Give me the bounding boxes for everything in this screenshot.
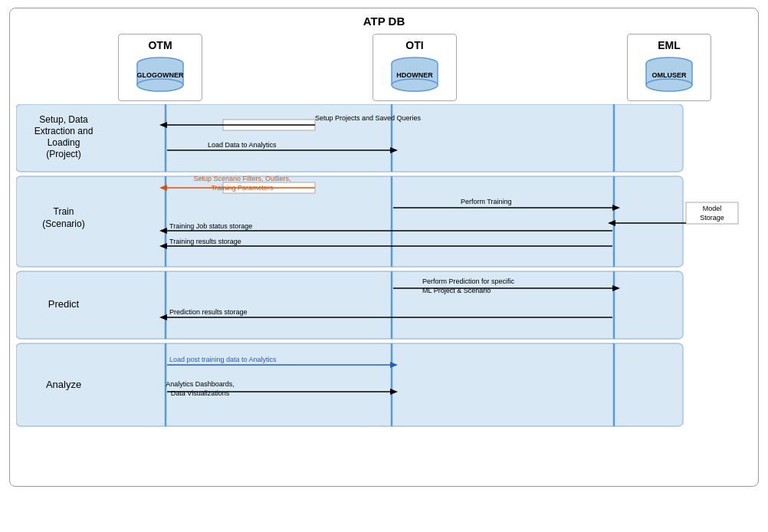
main-diagram-container: ATP DB OTM GLOGOWNER OTI HD — [9, 8, 759, 487]
svg-text:Load post training data to Ana: Load post training data to Analytics — [169, 356, 277, 363]
svg-text:Storage: Storage — [700, 214, 724, 222]
db-otm-cylinder: GLOGOWNER — [133, 56, 188, 94]
svg-point-16 — [646, 79, 692, 91]
svg-text:(Scenario): (Scenario) — [42, 218, 84, 229]
svg-text:Train: Train — [54, 206, 74, 217]
svg-text:Analyze: Analyze — [46, 379, 81, 390]
svg-rect-33 — [16, 176, 683, 267]
svg-text:Perform Training: Perform Training — [461, 198, 512, 205]
svg-text:Analytics Dashboards,: Analytics Dashboards, — [166, 380, 235, 388]
svg-text:Load Data to Analytics: Load Data to Analytics — [208, 141, 277, 149]
db-eml-cylinder: OMLUSER — [642, 56, 697, 94]
db-otm-title: OTM — [148, 39, 172, 51]
sequence-diagram: Setup, Data Extraction and Loading (Proj… — [16, 104, 752, 480]
svg-point-4 — [137, 79, 183, 91]
db-eml: EML OMLUSER — [627, 34, 711, 101]
sequence-svg: Setup, Data Extraction and Loading (Proj… — [16, 104, 752, 480]
svg-text:Training results storage: Training results storage — [169, 238, 241, 245]
svg-text:Loading: Loading — [48, 137, 80, 148]
svg-point-10 — [392, 79, 438, 91]
db-eml-title: EML — [658, 39, 681, 51]
svg-text:Extraction and: Extraction and — [34, 126, 94, 136]
svg-text:ML Project & Scenario: ML Project & Scenario — [422, 287, 491, 294]
svg-text:Perform Prediction for specifi: Perform Prediction for specific — [422, 277, 515, 285]
db-otm: OTM GLOGOWNER — [118, 34, 202, 101]
atp-title: ATP DB — [10, 8, 758, 31]
svg-text:Predict: Predict — [48, 298, 80, 310]
database-row: OTM GLOGOWNER OTI HDOWNER — [10, 31, 758, 101]
svg-text:Training Parameters: Training Parameters — [211, 184, 274, 192]
db-oti-cylinder: HDOWNER — [387, 56, 442, 94]
svg-text:Data Visualizations: Data Visualizations — [171, 389, 230, 397]
svg-text:GLOGOWNER: GLOGOWNER — [137, 71, 184, 79]
svg-rect-58 — [16, 271, 683, 339]
svg-text:Setup, Data: Setup, Data — [39, 114, 88, 125]
svg-text:OMLUSER: OMLUSER — [652, 71, 688, 79]
svg-text:Training Job status storage: Training Job status storage — [169, 222, 252, 230]
db-oti-title: OTI — [405, 39, 423, 51]
svg-rect-70 — [16, 343, 683, 426]
svg-text:Setup Scenario Filters, Outlie: Setup Scenario Filters, Outliers, — [193, 175, 290, 182]
svg-text:HDOWNER: HDOWNER — [396, 71, 433, 79]
svg-text:Prediction results storage: Prediction results storage — [169, 308, 248, 316]
db-oti: OTI HDOWNER — [373, 34, 457, 101]
svg-text:(Project): (Project) — [46, 149, 80, 159]
svg-text:Model: Model — [703, 205, 722, 212]
svg-text:Setup Projects and Saved Queri: Setup Projects and Saved Queries — [315, 114, 422, 122]
